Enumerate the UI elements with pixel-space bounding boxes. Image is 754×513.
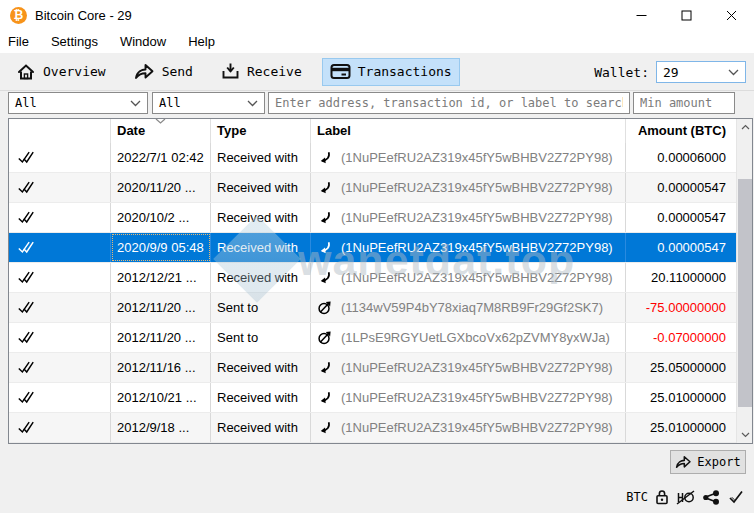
tx-amount: 25.05000000 <box>626 353 736 382</box>
type-filter-dropdown[interactable]: All <box>152 92 265 114</box>
tx-date: 2012/10/21 ... <box>111 383 211 412</box>
tx-type: Received with <box>211 233 311 262</box>
tx-type: Received with <box>211 203 311 232</box>
maximize-icon <box>681 10 692 21</box>
vertical-scrollbar[interactable] <box>736 119 752 443</box>
column-header-type[interactable]: Type <box>211 119 311 143</box>
menu-help[interactable]: Help <box>188 32 226 51</box>
tx-type: Received with <box>211 353 311 382</box>
tx-type: Sent to <box>211 293 311 322</box>
table-body: 2022/7/1 02:42 Received with (1NuPEefRU2… <box>9 143 736 443</box>
table-row[interactable]: 2012/12/21 ... Received with (1NuPEefRU2… <box>9 263 736 293</box>
confirmed-icon <box>17 240 35 255</box>
tx-amount: -0.07000000 <box>626 323 736 352</box>
table-row[interactable]: 2012/9/18 ... Received with (1NuPEefRU2A… <box>9 413 736 443</box>
lock-icon[interactable] <box>655 489 669 505</box>
confirmed-icon <box>17 210 35 225</box>
tx-date: 2022/7/1 02:42 <box>111 143 211 172</box>
chevron-up-icon <box>741 124 750 130</box>
min-amount-input[interactable] <box>633 92 735 114</box>
status-cell <box>9 203 111 232</box>
close-icon <box>726 10 737 21</box>
network-activity-icon[interactable] <box>702 490 721 505</box>
table-row[interactable]: 2022/7/1 02:42 Received with (1NuPEefRU2… <box>9 143 736 173</box>
hd-disabled-icon[interactable] <box>676 490 695 505</box>
table-row[interactable]: 2020/11/20 ... Received with (1NuPEefRU2… <box>9 173 736 203</box>
filter-bar: All All <box>8 92 735 115</box>
received-icon <box>317 150 332 165</box>
tx-date: 2012/12/21 ... <box>111 263 211 292</box>
status-cell <box>9 233 111 262</box>
tx-address: (1NuPEefRU2AZ319x45fY5wBHBV2Z72PY98) <box>341 210 613 225</box>
confirmed-icon <box>17 300 35 315</box>
column-header-amount[interactable]: Amount (BTC) <box>626 119 736 143</box>
tx-address: (1NuPEefRU2AZ319x45fY5wBHBV2Z72PY98) <box>341 270 613 285</box>
tx-date: 2012/11/16 ... <box>111 353 211 382</box>
confirmed-icon <box>17 150 35 165</box>
table-row[interactable]: 2020/9/9 05:48 Received with (1NuPEefRU2… <box>9 233 736 263</box>
confirmed-icon <box>17 390 35 405</box>
tab-overview[interactable]: Overview <box>8 58 114 86</box>
column-header-label[interactable]: Label <box>311 119 626 143</box>
sync-ok-icon[interactable] <box>728 490 744 504</box>
sent-icon <box>317 330 332 345</box>
maximize-button[interactable] <box>664 0 709 30</box>
date-filter-dropdown[interactable]: All <box>8 92 148 114</box>
label-cell: (1NuPEefRU2AZ319x45fY5wBHBV2Z72PY98) <box>311 413 626 442</box>
search-input[interactable] <box>268 92 630 114</box>
home-icon <box>16 63 36 81</box>
tab-receive-label: Receive <box>247 64 302 79</box>
tx-amount: 0.00000547 <box>626 203 736 232</box>
table-row[interactable]: 2012/11/20 ... Sent to (1LPsE9RGYUetLGXb… <box>9 323 736 353</box>
label-cell: (1NuPEefRU2AZ319x45fY5wBHBV2Z72PY98) <box>311 203 626 232</box>
table-row[interactable]: 2012/11/16 ... Received with (1NuPEefRU2… <box>9 353 736 383</box>
close-button[interactable] <box>709 0 754 30</box>
minimize-button[interactable] <box>619 0 664 30</box>
transactions-icon <box>330 63 351 80</box>
table-row[interactable]: 2012/11/20 ... Sent to (1134wV59P4bY78xi… <box>9 293 736 323</box>
tx-type: Received with <box>211 263 311 292</box>
scroll-up-button[interactable] <box>737 119 753 135</box>
tx-address: (1NuPEefRU2AZ319x45fY5wBHBV2Z72PY98) <box>341 150 613 165</box>
status-bar: BTC <box>626 489 744 505</box>
status-cell <box>9 323 111 352</box>
confirmed-icon <box>17 420 35 435</box>
export-button[interactable]: Export <box>670 450 746 474</box>
tab-overview-label: Overview <box>43 64 106 79</box>
status-cell <box>9 143 111 172</box>
confirmed-icon <box>17 180 35 195</box>
tab-receive[interactable]: Receive <box>213 58 310 86</box>
tx-address: (1NuPEefRU2AZ319x45fY5wBHBV2Z72PY98) <box>341 420 613 435</box>
scrollbar-thumb[interactable] <box>738 179 752 407</box>
unit-display[interactable]: BTC <box>626 490 648 504</box>
table-row[interactable]: 2012/10/21 ... Received with (1NuPEefRU2… <box>9 383 736 413</box>
wallet-dropdown[interactable]: 29 <box>656 61 746 83</box>
label-cell: (1LPsE9RGYUetLGXbcoVx62pZVMY8yxWJa) <box>311 323 626 352</box>
title-bar: ₿ Bitcoin Core - 29 <box>0 0 754 30</box>
label-cell: (1NuPEefRU2AZ319x45fY5wBHBV2Z72PY98) <box>311 143 626 172</box>
tx-date: 2012/9/18 ... <box>111 413 211 442</box>
table-row[interactable]: 2020/10/2 ... Received with (1NuPEefRU2A… <box>9 203 736 233</box>
menu-window[interactable]: Window <box>120 32 177 51</box>
window-title: Bitcoin Core - 29 <box>35 8 132 23</box>
tab-send[interactable]: Send <box>126 58 201 86</box>
export-icon <box>675 455 692 469</box>
tx-date: 2020/9/9 05:48 <box>111 233 211 262</box>
sort-indicator-icon <box>155 118 166 125</box>
tx-date: 2012/11/20 ... <box>111 323 211 352</box>
column-header-status[interactable] <box>9 119 111 143</box>
scroll-down-button[interactable] <box>737 427 753 443</box>
type-filter-value: All <box>159 96 181 110</box>
minimize-icon <box>636 10 647 21</box>
status-cell <box>9 413 111 442</box>
chevron-down-icon <box>728 69 739 76</box>
tx-amount: 25.01000000 <box>626 413 736 442</box>
toolbar: Overview Send Receive Transactions Walle… <box>0 53 754 91</box>
menu-file[interactable]: File <box>8 32 40 51</box>
tx-amount: 0.00000547 <box>626 173 736 202</box>
tab-transactions[interactable]: Transactions <box>322 58 460 86</box>
label-cell: (1NuPEefRU2AZ319x45fY5wBHBV2Z72PY98) <box>311 173 626 202</box>
status-cell <box>9 353 111 382</box>
menu-settings[interactable]: Settings <box>51 32 109 51</box>
tx-address: (1NuPEefRU2AZ319x45fY5wBHBV2Z72PY98) <box>341 240 613 255</box>
